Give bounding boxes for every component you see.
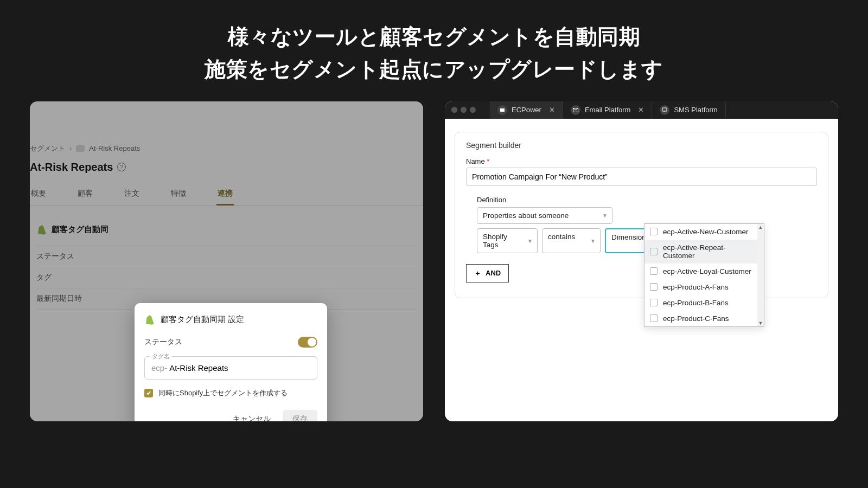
app-icon: [497, 105, 507, 115]
sync-settings-modal: 顧客タグ自動同期 設定 ステータス タグ名 ecp- At-Risk Repea…: [135, 303, 327, 421]
plus-icon: ＋: [474, 268, 481, 278]
chevron-down-icon: ▼: [590, 237, 596, 243]
property-select-value: Properties about someone: [483, 211, 569, 220]
dropdown-option[interactable]: ecp-Active-Loyal-Customer: [644, 264, 757, 279]
scroll-down-icon[interactable]: ▼: [757, 320, 764, 326]
segment-builder: Segment builder Name * Definition Proper…: [455, 132, 828, 298]
chevron-down-icon: ▼: [527, 237, 533, 243]
tag-prefix: ecp-: [151, 363, 167, 373]
app-tab-label: ECPower: [512, 106, 541, 114]
add-and-button[interactable]: ＋ AND: [466, 264, 509, 282]
operator-select[interactable]: contains ▼: [542, 228, 601, 253]
modal-title: 顧客タグ自動同期 設定: [161, 314, 244, 325]
builder-title: Segment builder: [466, 141, 817, 150]
dropdown-option[interactable]: ecp-Active-New-Customer: [644, 224, 757, 240]
close-icon[interactable]: ✕: [638, 106, 644, 114]
hero-line-1: 様々なツールと顧客セグメントを自動同期: [228, 25, 641, 48]
field-select-value: Shopify Tags: [483, 233, 507, 249]
dropdown-option[interactable]: ecp-Product-C-Fans: [644, 311, 757, 326]
left-panel: セグメント › At-Risk Repeats At-Risk Repeats …: [30, 101, 423, 421]
app-tab-label: SMS Platform: [674, 106, 717, 114]
operator-select-value: contains: [548, 233, 575, 241]
option-label: ecp-Active-Loyal-Customer: [663, 267, 751, 275]
app-tab-email-platform[interactable]: Email Platform✕: [563, 101, 653, 119]
save-button: 保存: [283, 410, 317, 421]
dropdown-option[interactable]: ecp-Product-A-Fans: [644, 279, 757, 295]
app-tab-ecpower[interactable]: ECPower✕: [490, 101, 563, 119]
dropdown-option[interactable]: ecp-Active-Repeat-Customer: [644, 240, 757, 264]
and-label: AND: [486, 269, 501, 277]
close-icon[interactable]: ✕: [549, 106, 555, 114]
tag-field-label: タグ名: [150, 352, 172, 361]
shopify-icon: [144, 314, 155, 326]
hero-heading: 様々なツールと顧客セグメントを自動同期 施策をセグメント起点にアップグレードしま…: [0, 0, 868, 86]
option-label: ecp-Product-B-Fans: [663, 299, 729, 307]
option-checkbox[interactable]: [650, 267, 658, 275]
option-checkbox[interactable]: [650, 299, 658, 306]
right-panel: ECPower✕Email Platform✕SMS Platform Segm…: [445, 101, 838, 421]
dropdown-scrollbar[interactable]: ▲ ▼: [757, 224, 764, 326]
create-segment-checkbox[interactable]: [144, 389, 153, 397]
cancel-button[interactable]: キャンセル: [226, 410, 277, 421]
traffic-light-min[interactable]: [461, 107, 467, 113]
app-tab-label: Email Platform: [585, 106, 631, 114]
traffic-light-max[interactable]: [470, 107, 476, 113]
option-label: ecp-Active-New-Customer: [663, 228, 749, 236]
checkbox-label: 同時にShopify上でセグメントを作成する: [158, 388, 288, 398]
name-label: Name: [466, 157, 485, 165]
property-select[interactable]: Properties about someone ▼: [477, 207, 612, 224]
status-label: ステータス: [144, 337, 182, 347]
traffic-light-close[interactable]: [451, 107, 457, 113]
dimension-dropdown: ecp-Active-New-Customerecp-Active-Repeat…: [644, 223, 764, 327]
dropdown-option[interactable]: ecp-Product-B-Fans: [644, 295, 757, 311]
option-checkbox[interactable]: [650, 314, 658, 322]
option-label: ecp-Product-C-Fans: [663, 314, 729, 323]
app-tab-sms-platform[interactable]: SMS Platform: [652, 101, 725, 119]
field-select[interactable]: Shopify Tags ▼: [477, 228, 538, 253]
app-icon: [571, 105, 580, 115]
definition-label: Definition: [477, 196, 817, 204]
option-label: ecp-Active-Repeat-Customer: [663, 243, 752, 260]
chevron-down-icon: ▼: [602, 213, 608, 219]
status-toggle[interactable]: [298, 337, 317, 348]
hero-line-2: 施策をセグメント起点にアップグレードします: [205, 57, 663, 81]
option-checkbox[interactable]: [650, 228, 658, 235]
option-label: ecp-Product-A-Fans: [663, 283, 729, 291]
option-checkbox[interactable]: [650, 283, 658, 291]
app-icon: [660, 105, 669, 115]
tag-value: At-Risk Repeats: [169, 363, 228, 373]
segment-name-input[interactable]: [466, 168, 817, 186]
window-titlebar: ECPower✕Email Platform✕SMS Platform: [445, 101, 838, 119]
required-mark: *: [487, 157, 489, 165]
scroll-up-icon[interactable]: ▲: [757, 224, 764, 230]
option-checkbox[interactable]: [650, 248, 658, 255]
